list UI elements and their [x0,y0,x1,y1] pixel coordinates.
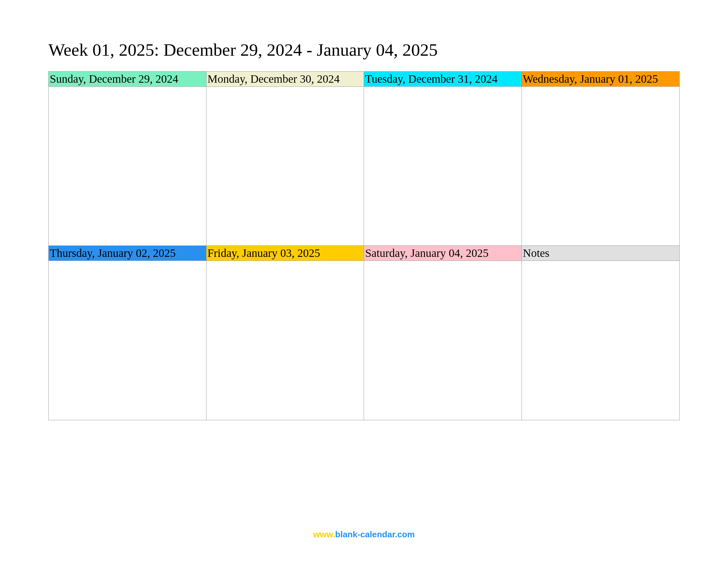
day-cell-thursday[interactable] [49,261,206,420]
footer-link[interactable]: www.blank-calendar.com [0,530,728,539]
calendar-grid: Sunday, December 29, 2024 Monday, Decemb… [48,71,680,420]
notes-header: Notes [522,246,680,261]
day-header-thursday: Thursday, January 02, 2025 [49,246,206,261]
day-header-tuesday: Tuesday, December 31, 2024 [364,72,522,87]
footer-domain: blank-calendar.com [335,530,415,539]
day-header-monday: Monday, December 30, 2024 [206,72,364,87]
day-header-sunday: Sunday, December 29, 2024 [49,72,206,87]
day-cell-sunday[interactable] [49,87,206,246]
page-title: Week 01, 2025: December 29, 2024 - Janua… [48,40,680,60]
day-header-saturday: Saturday, January 04, 2025 [364,246,522,261]
day-header-wednesday: Wednesday, January 01, 2025 [522,72,680,87]
day-cell-saturday[interactable] [364,261,522,420]
notes-cell[interactable] [522,261,680,420]
day-header-friday: Friday, January 03, 2025 [206,246,364,261]
footer-www: www. [313,530,335,539]
calendar-page: Week 01, 2025: December 29, 2024 - Janua… [0,0,728,420]
day-cell-friday[interactable] [206,261,364,420]
day-cell-tuesday[interactable] [364,87,522,246]
day-cell-wednesday[interactable] [522,87,680,246]
day-cell-monday[interactable] [206,87,364,246]
